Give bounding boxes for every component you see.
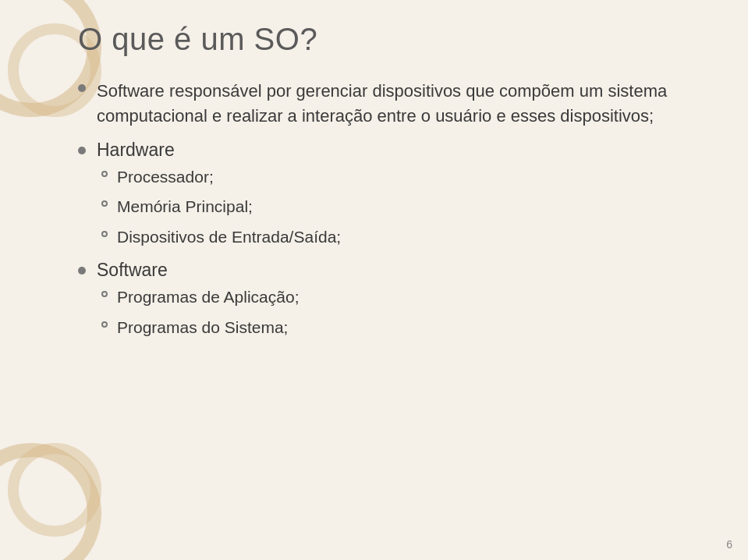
bullet-dot-intro [78, 84, 86, 92]
dispositivos-entrada-text: Dispositivos de Entrada/Saída; [117, 225, 341, 249]
hardware-sub-list: Processador; Memória Principal; Disposit… [101, 165, 725, 249]
processador-item: Processador; [101, 165, 725, 189]
sub-dot-programas-aplicacao [101, 291, 108, 297]
processador-text: Processador; [117, 165, 214, 189]
programas-sistema-text: Programas do Sistema; [117, 316, 288, 339]
dispositivos-entrada-item: Dispositivos de Entrada/Saída; [101, 225, 725, 249]
intro-bullet-text: Software responsável por gerenciar dispo… [97, 79, 725, 129]
software-section-item: Software [78, 260, 725, 281]
sub-dot-memoria [101, 200, 108, 207]
bullet-dot-hardware [78, 147, 86, 154]
hardware-label: Hardware [97, 140, 175, 161]
hardware-section-item: Hardware [78, 140, 725, 161]
programas-sistema-item: Programas do Sistema; [101, 316, 725, 339]
main-bullet-list: Software responsável por gerenciar dispo… [78, 79, 725, 339]
programas-aplicacao-item: Programas de Aplicação; [101, 285, 725, 309]
memoria-text: Memória Principal; [117, 195, 253, 218]
intro-bullet-item: Software responsável por gerenciar dispo… [78, 79, 725, 129]
memoria-item: Memória Principal; [101, 195, 725, 218]
sub-dot-dispositivos-entrada [101, 231, 108, 237]
software-sub-list-wrapper: Programas de Aplicação; Programas do Sis… [78, 285, 725, 339]
software-sub-list: Programas de Aplicação; Programas do Sis… [101, 285, 725, 339]
page-number: 6 [726, 538, 732, 551]
programas-aplicacao-text: Programas de Aplicação; [117, 285, 299, 309]
sub-dot-processador [101, 171, 108, 177]
hardware-sub-list-wrapper: Processador; Memória Principal; Disposit… [78, 165, 725, 249]
software-label: Software [97, 260, 168, 281]
slide-title: O que é um SO? [78, 22, 725, 57]
bullet-dot-software [78, 267, 86, 275]
slide-content: O que é um SO? Software responsável por … [78, 0, 725, 537]
sub-dot-programas-sistema [101, 321, 108, 328]
